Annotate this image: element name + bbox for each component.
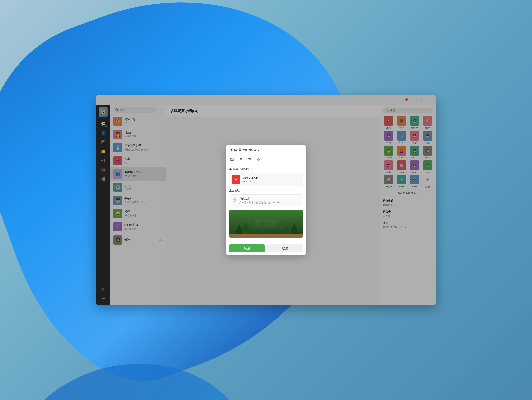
modal-title-bar: "多喝奶茶小组"的群公告 — ✕: [226, 145, 306, 155]
svg-rect-13: [240, 160, 242, 160]
address-name: 腾讯大厦: [239, 197, 300, 201]
modal-close-button[interactable]: ✕: [298, 148, 303, 152]
svg-rect-11: [240, 159, 242, 159]
file-info: 课程安排.pdf 14.6MB: [243, 176, 300, 183]
toolbar-indent-icon[interactable]: [247, 157, 252, 162]
address-section: 腾讯大厦 广东省深圳市南山区深南大道10000号: [229, 194, 303, 207]
section-title-course: 本次培训课程计划：: [229, 167, 303, 171]
cancel-button[interactable]: 取消: [267, 244, 303, 252]
modal-minimize-button[interactable]: —: [292, 148, 297, 152]
svg-rect-12: [240, 159, 242, 160]
file-name: 课程安排.pdf: [243, 176, 300, 180]
file-item[interactable]: PDF 课程安排.pdf 14.6MB: [229, 173, 303, 186]
address-item[interactable]: 腾讯大厦 广东省深圳市南山区深南大道10000号: [229, 194, 303, 207]
address-detail: 广东省深圳市南山区深南大道10000号: [239, 201, 300, 204]
file-size: 14.6MB: [243, 180, 300, 183]
svg-rect-19: [257, 160, 258, 161]
svg-rect-18: [259, 158, 260, 159]
svg-rect-16: [249, 160, 251, 160]
toolbar-folder-icon[interactable]: [229, 157, 235, 162]
modal-toolbar: [226, 155, 306, 164]
modal-title-actions: — ✕: [292, 148, 303, 152]
modal-location-image: 微信: [229, 210, 303, 238]
group-announcement-modal: "多喝奶茶小组"的群公告 — ✕: [226, 145, 306, 255]
svg-rect-15: [249, 159, 251, 160]
toolbar-grid-icon[interactable]: [256, 157, 261, 162]
toolbar-list-icon[interactable]: [238, 157, 244, 162]
svg-rect-14: [248, 159, 251, 159]
modal-body: 本次培训课程计划： PDF 课程安排.pdf 14.6MB 集合地址：: [226, 164, 306, 242]
modal-footer: 完成 取消: [226, 242, 306, 255]
modal-title: "多喝奶茶小组"的群公告: [229, 148, 259, 152]
svg-point-21: [234, 199, 235, 200]
modal-overlay[interactable]: "多喝奶茶小组"的群公告 — ✕: [96, 95, 436, 305]
wechat-window: 📌 — □ ✕ 🐱 💬 👤 📁: [96, 95, 436, 305]
confirm-button[interactable]: 完成: [229, 244, 265, 252]
svg-rect-20: [259, 160, 260, 161]
location-icon: [232, 197, 237, 203]
svg-rect-17: [257, 158, 258, 159]
pdf-icon: PDF: [232, 175, 241, 184]
section-title-address: 集合地址：: [229, 189, 303, 192]
address-info: 腾讯大厦 广东省深圳市南山区深南大道10000号: [239, 197, 300, 204]
